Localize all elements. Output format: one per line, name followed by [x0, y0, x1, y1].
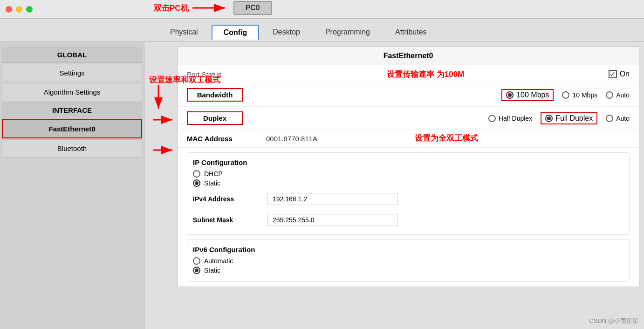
static-label: Static [204, 179, 220, 187]
duplex-row: Duplex Half Duplex Full Duplex [178, 107, 639, 130]
ipv6-automatic-row[interactable]: Automatic [193, 257, 623, 265]
bandwidth-100mbps-label: 100 Mbps [516, 91, 549, 99]
tab-physical[interactable]: Physical [158, 25, 210, 40]
sidebar-item-settings[interactable]: Settings [2, 64, 142, 82]
annotation-text-100m: 设置传输速率 为100M [387, 70, 464, 79]
arrow-bandwidth-svg [153, 115, 176, 124]
bandwidth-radio-group: 100 Mbps 10 Mbps Auto [501, 89, 630, 101]
bandwidth-auto-label: Auto [616, 91, 630, 99]
duplex-full-label: Full Duplex [555, 114, 593, 123]
arrow-speed-duplex [149, 85, 186, 113]
duplex-full-box[interactable]: Full Duplex [541, 112, 597, 124]
radio-dhcp[interactable] [193, 170, 200, 178]
ip-dhcp-row[interactable]: DHCP [193, 170, 623, 178]
on-label: On [620, 70, 630, 78]
close-button[interactable] [6, 6, 12, 13]
mac-address-value: 0001.9770.811A [266, 135, 317, 143]
tab-config[interactable]: Config [212, 25, 260, 40]
annotation-text-fullduplex: 设置为全双工模式 [415, 134, 478, 143]
radio-10mbps[interactable] [562, 91, 569, 99]
radio-static[interactable] [193, 179, 200, 187]
tab-attributes[interactable]: Attributes [384, 25, 438, 40]
radio-bandwidth-auto[interactable] [606, 91, 613, 99]
on-checkbox-row: ✓ On [609, 70, 630, 78]
bandwidth-auto[interactable]: Auto [606, 91, 630, 99]
ipv6-config-title: IPv6 Configuration [193, 246, 623, 254]
duplex-half-label: Half Duplex [499, 115, 532, 122]
minimize-button[interactable] [16, 6, 22, 13]
tab-desktop[interactable]: Desktop [261, 25, 312, 40]
radio-ipv6-automatic[interactable] [193, 257, 200, 265]
subnet-row: Subnet Mask 255.255.255.0 [193, 211, 623, 229]
mac-address-label: MAC Address [187, 135, 257, 143]
sidebar: GLOBAL Settings Algorithm Settings INTER… [0, 42, 144, 329]
tab-programming[interactable]: Programming [314, 25, 382, 40]
bandwidth-100mbps-box[interactable]: 100 Mbps [501, 89, 554, 101]
ipv6-static-row[interactable]: Static [193, 267, 623, 274]
body-area: GLOBAL Settings Algorithm Settings INTER… [0, 42, 644, 329]
annotation-double-click: 双击PC机 PC0 [154, 1, 272, 15]
subnet-label: Subnet Mask [193, 216, 267, 224]
annotation-text-doubleclick: 双击PC机 [154, 3, 189, 14]
annotation-100m: 设置传输速率 为100M [387, 69, 464, 80]
titlebar: 双击PC机 PC0 [0, 0, 644, 19]
ipv6-automatic-label: Automatic [204, 257, 233, 265]
ip-config-title: IP Configuration [193, 158, 623, 166]
ipv6-static-label: Static [204, 267, 220, 274]
arrow-bandwidth [153, 115, 176, 126]
radio-half-duplex[interactable] [488, 115, 496, 122]
sidebar-interface-header: INTERFACE [2, 102, 142, 118]
annotation-text-speed: 设置速率和双工模式 [149, 75, 220, 85]
bandwidth-row: Bandwidth 100 Mbps 10 Mbps [178, 83, 639, 107]
dhcp-label: DHCP [204, 170, 223, 178]
annotation-full-duplex: 设置为全双工模式 [415, 133, 478, 144]
arrow-duplex-svg [153, 145, 176, 155]
duplex-radio-group: Half Duplex Full Duplex Auto [488, 112, 630, 124]
sidebar-global-header: GLOBAL [2, 47, 142, 63]
annotation-speed-duplex: 设置速率和双工模式 [149, 75, 220, 113]
ip-static-row[interactable]: Static [193, 179, 623, 187]
watermark: CSDN @小雨星星 [589, 317, 638, 325]
main-container: Physical Config Desktop Programming Attr… [0, 19, 644, 329]
radio-100mbps[interactable] [506, 91, 514, 99]
arrow-duplex [153, 145, 176, 157]
duplex-half[interactable]: Half Duplex [488, 115, 532, 122]
duplex-auto-label: Auto [616, 115, 630, 122]
sidebar-item-bluetooth[interactable]: Bluetooth [2, 139, 142, 158]
subnet-value[interactable]: 255.255.255.0 [267, 214, 398, 226]
on-checkbox[interactable]: ✓ [609, 70, 617, 78]
content-area: 设置速率和双工模式 设置传输速率 为100M [144, 42, 644, 329]
content-panel: FastEthernet0 Port Status ✓ On Bandwidth [177, 47, 639, 287]
window-controls [6, 6, 33, 13]
pc0-label: PC0 [233, 1, 272, 15]
sidebar-item-algorithm-settings[interactable]: Algorithm Settings [2, 83, 142, 101]
bandwidth-10mbps-label: 10 Mbps [572, 91, 597, 99]
ipv6-config-section: IPv6 Configuration Automatic Static [187, 240, 630, 282]
mac-address-row: MAC Address 0001.9770.811A [178, 130, 639, 148]
arrow-to-pc0 [192, 1, 230, 15]
radio-full-duplex[interactable] [545, 115, 553, 122]
ipv4-row: IPv4 Address 192.168.1.2 [193, 190, 623, 208]
ipv4-value[interactable]: 192.168.1.2 [267, 193, 398, 205]
bandwidth-10mbps[interactable]: 10 Mbps [562, 91, 597, 99]
radio-duplex-auto[interactable] [606, 115, 613, 122]
duplex-auto[interactable]: Auto [606, 115, 630, 122]
maximize-button[interactable] [26, 6, 33, 13]
duplex-label: Duplex [187, 111, 243, 125]
ip-config-section: IP Configuration DHCP Static IPv4 Addres… [187, 152, 630, 235]
tab-bar: Physical Config Desktop Programming Attr… [0, 19, 644, 42]
content-title: FastEthernet0 [178, 47, 639, 65]
ipv4-label: IPv4 Address [193, 195, 267, 203]
sidebar-item-fastethernet0[interactable]: FastEthernet0 [2, 119, 142, 138]
radio-ipv6-static[interactable] [193, 267, 200, 274]
